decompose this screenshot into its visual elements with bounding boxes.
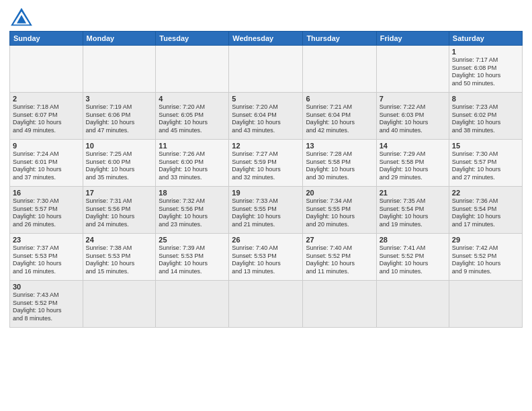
calendar-cell: 26Sunrise: 7:40 AM Sunset: 5:53 PM Dayli… bbox=[229, 234, 303, 281]
weekday-header-thursday: Thursday bbox=[303, 32, 376, 46]
week-row-6: 30Sunrise: 7:43 AM Sunset: 5:52 PM Dayli… bbox=[10, 281, 523, 328]
day-info: Sunrise: 7:43 AM Sunset: 5:52 PM Dayligh… bbox=[13, 291, 80, 323]
week-row-5: 23Sunrise: 7:37 AM Sunset: 5:53 PM Dayli… bbox=[10, 234, 523, 281]
calendar-cell bbox=[156, 281, 229, 328]
calendar-cell: 6Sunrise: 7:21 AM Sunset: 6:04 PM Daylig… bbox=[303, 93, 376, 140]
day-number: 13 bbox=[306, 142, 373, 150]
day-info: Sunrise: 7:33 AM Sunset: 5:55 PM Dayligh… bbox=[232, 197, 300, 229]
day-number: 24 bbox=[86, 236, 153, 244]
day-number: 14 bbox=[380, 142, 446, 150]
calendar-cell: 13Sunrise: 7:28 AM Sunset: 5:58 PM Dayli… bbox=[303, 140, 376, 187]
day-info: Sunrise: 7:31 AM Sunset: 5:56 PM Dayligh… bbox=[86, 197, 153, 229]
day-number: 22 bbox=[452, 189, 519, 197]
calendar-cell bbox=[376, 281, 449, 328]
calendar-cell bbox=[376, 46, 449, 93]
calendar-cell: 21Sunrise: 7:35 AM Sunset: 5:54 PM Dayli… bbox=[376, 187, 449, 234]
day-info: Sunrise: 7:17 AM Sunset: 6:08 PM Dayligh… bbox=[452, 56, 519, 88]
day-info: Sunrise: 7:18 AM Sunset: 6:07 PM Dayligh… bbox=[13, 103, 80, 135]
calendar-cell: 16Sunrise: 7:30 AM Sunset: 5:57 PM Dayli… bbox=[10, 187, 83, 234]
calendar-cell: 8Sunrise: 7:23 AM Sunset: 6:02 PM Daylig… bbox=[449, 93, 522, 140]
page: SundayMondayTuesdayWednesdayThursdayFrid… bbox=[0, 0, 532, 411]
day-number: 30 bbox=[13, 283, 80, 291]
day-info: Sunrise: 7:28 AM Sunset: 5:58 PM Dayligh… bbox=[306, 150, 373, 182]
day-number: 1 bbox=[452, 48, 519, 56]
calendar-cell bbox=[303, 281, 376, 328]
week-row-4: 16Sunrise: 7:30 AM Sunset: 5:57 PM Dayli… bbox=[10, 187, 523, 234]
weekday-header-friday: Friday bbox=[376, 32, 449, 46]
day-number: 17 bbox=[86, 189, 153, 197]
day-number: 12 bbox=[232, 142, 300, 150]
calendar-cell bbox=[303, 46, 376, 93]
day-number: 16 bbox=[13, 189, 80, 197]
day-info: Sunrise: 7:30 AM Sunset: 5:57 PM Dayligh… bbox=[452, 150, 519, 182]
calendar-cell: 3Sunrise: 7:19 AM Sunset: 6:06 PM Daylig… bbox=[83, 93, 156, 140]
calendar-cell: 20Sunrise: 7:34 AM Sunset: 5:55 PM Dayli… bbox=[303, 187, 376, 234]
calendar-cell: 29Sunrise: 7:42 AM Sunset: 5:52 PM Dayli… bbox=[449, 234, 522, 281]
calendar-cell: 2Sunrise: 7:18 AM Sunset: 6:07 PM Daylig… bbox=[10, 93, 83, 140]
calendar: SundayMondayTuesdayWednesdayThursdayFrid… bbox=[9, 31, 523, 328]
day-number: 20 bbox=[306, 189, 373, 197]
calendar-cell bbox=[83, 46, 156, 93]
calendar-cell bbox=[229, 281, 303, 328]
day-number: 15 bbox=[452, 142, 519, 150]
day-number: 26 bbox=[232, 236, 300, 244]
weekday-header-monday: Monday bbox=[83, 32, 156, 46]
calendar-cell: 1Sunrise: 7:17 AM Sunset: 6:08 PM Daylig… bbox=[449, 46, 522, 93]
calendar-cell: 10Sunrise: 7:25 AM Sunset: 6:00 PM Dayli… bbox=[83, 140, 156, 187]
day-number: 18 bbox=[159, 189, 226, 197]
calendar-cell: 25Sunrise: 7:39 AM Sunset: 5:53 PM Dayli… bbox=[156, 234, 229, 281]
calendar-cell: 17Sunrise: 7:31 AM Sunset: 5:56 PM Dayli… bbox=[83, 187, 156, 234]
logo-icon bbox=[9, 7, 34, 27]
day-info: Sunrise: 7:27 AM Sunset: 5:59 PM Dayligh… bbox=[232, 150, 300, 182]
day-info: Sunrise: 7:42 AM Sunset: 5:52 PM Dayligh… bbox=[452, 244, 519, 276]
day-info: Sunrise: 7:19 AM Sunset: 6:06 PM Dayligh… bbox=[86, 103, 153, 135]
calendar-cell bbox=[83, 281, 156, 328]
day-number: 3 bbox=[86, 95, 153, 103]
day-number: 23 bbox=[13, 236, 80, 244]
day-info: Sunrise: 7:35 AM Sunset: 5:54 PM Dayligh… bbox=[380, 197, 446, 229]
day-info: Sunrise: 7:41 AM Sunset: 5:52 PM Dayligh… bbox=[380, 244, 446, 276]
day-info: Sunrise: 7:40 AM Sunset: 5:53 PM Dayligh… bbox=[232, 244, 300, 276]
logo bbox=[9, 7, 36, 27]
day-number: 27 bbox=[306, 236, 373, 244]
weekday-header-sunday: Sunday bbox=[10, 32, 83, 46]
calendar-cell: 7Sunrise: 7:22 AM Sunset: 6:03 PM Daylig… bbox=[376, 93, 449, 140]
calendar-cell: 27Sunrise: 7:40 AM Sunset: 5:52 PM Dayli… bbox=[303, 234, 376, 281]
calendar-cell: 5Sunrise: 7:20 AM Sunset: 6:04 PM Daylig… bbox=[229, 93, 303, 140]
day-info: Sunrise: 7:38 AM Sunset: 5:53 PM Dayligh… bbox=[86, 244, 153, 276]
day-info: Sunrise: 7:26 AM Sunset: 6:00 PM Dayligh… bbox=[159, 150, 226, 182]
calendar-cell: 15Sunrise: 7:30 AM Sunset: 5:57 PM Dayli… bbox=[449, 140, 522, 187]
day-info: Sunrise: 7:29 AM Sunset: 5:58 PM Dayligh… bbox=[380, 150, 446, 182]
calendar-cell bbox=[229, 46, 303, 93]
day-number: 21 bbox=[380, 189, 446, 197]
day-number: 10 bbox=[86, 142, 153, 150]
week-row-2: 2Sunrise: 7:18 AM Sunset: 6:07 PM Daylig… bbox=[10, 93, 523, 140]
day-info: Sunrise: 7:24 AM Sunset: 6:01 PM Dayligh… bbox=[13, 150, 80, 182]
calendar-cell: 9Sunrise: 7:24 AM Sunset: 6:01 PM Daylig… bbox=[10, 140, 83, 187]
day-number: 5 bbox=[232, 95, 300, 103]
calendar-cell: 12Sunrise: 7:27 AM Sunset: 5:59 PM Dayli… bbox=[229, 140, 303, 187]
weekday-header-saturday: Saturday bbox=[449, 32, 522, 46]
calendar-cell: 4Sunrise: 7:20 AM Sunset: 6:05 PM Daylig… bbox=[156, 93, 229, 140]
day-info: Sunrise: 7:36 AM Sunset: 5:54 PM Dayligh… bbox=[452, 197, 519, 229]
day-info: Sunrise: 7:37 AM Sunset: 5:53 PM Dayligh… bbox=[13, 244, 80, 276]
day-number: 7 bbox=[380, 95, 446, 103]
day-number: 4 bbox=[159, 95, 226, 103]
calendar-cell: 19Sunrise: 7:33 AM Sunset: 5:55 PM Dayli… bbox=[229, 187, 303, 234]
header bbox=[9, 7, 523, 27]
day-number: 29 bbox=[452, 236, 519, 244]
day-info: Sunrise: 7:39 AM Sunset: 5:53 PM Dayligh… bbox=[159, 244, 226, 276]
calendar-cell: 14Sunrise: 7:29 AM Sunset: 5:58 PM Dayli… bbox=[376, 140, 449, 187]
week-row-3: 9Sunrise: 7:24 AM Sunset: 6:01 PM Daylig… bbox=[10, 140, 523, 187]
day-number: 6 bbox=[306, 95, 373, 103]
weekday-header-wednesday: Wednesday bbox=[229, 32, 303, 46]
calendar-cell bbox=[449, 281, 522, 328]
calendar-cell: 18Sunrise: 7:32 AM Sunset: 5:56 PM Dayli… bbox=[156, 187, 229, 234]
calendar-cell: 22Sunrise: 7:36 AM Sunset: 5:54 PM Dayli… bbox=[449, 187, 522, 234]
day-info: Sunrise: 7:30 AM Sunset: 5:57 PM Dayligh… bbox=[13, 197, 80, 229]
weekday-header-row: SundayMondayTuesdayWednesdayThursdayFrid… bbox=[10, 32, 523, 46]
day-number: 9 bbox=[13, 142, 80, 150]
day-info: Sunrise: 7:40 AM Sunset: 5:52 PM Dayligh… bbox=[306, 244, 373, 276]
week-row-1: 1Sunrise: 7:17 AM Sunset: 6:08 PM Daylig… bbox=[10, 46, 523, 93]
day-info: Sunrise: 7:32 AM Sunset: 5:56 PM Dayligh… bbox=[159, 197, 226, 229]
